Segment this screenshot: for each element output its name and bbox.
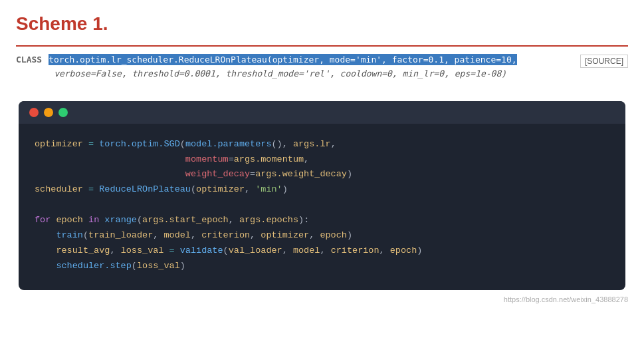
code-block: optimizer = torch.optim.SGD(model.parame… <box>19 101 625 290</box>
dot-red <box>29 108 39 117</box>
class-badge: CLASS <box>16 55 42 65</box>
code-line-4: scheduler = ReduceLROnPlateau(optimizer,… <box>35 182 609 198</box>
page-title: Scheme 1. <box>16 13 628 35</box>
code-line-5 <box>35 198 609 213</box>
code-line-7: train(train_loader, model, criterion, op… <box>35 228 609 244</box>
class-signature-second: verbose=False, threshold=0.0001, thresho… <box>49 67 570 81</box>
code-line-8: result_avg, loss_val = validate(val_load… <box>35 244 609 259</box>
class-signature: torch.optim.lr_scheduler.ReduceLROnPlate… <box>49 53 570 81</box>
class-left: CLASS torch.optim.lr_scheduler.ReduceLRO… <box>16 53 570 81</box>
dot-green <box>58 108 68 117</box>
code-title-bar <box>19 101 625 124</box>
source-link[interactable]: [SOURCE] <box>580 55 628 68</box>
class-signature-highlighted: torch.optim.lr_scheduler.ReduceLROnPlate… <box>49 54 516 65</box>
code-line-1: optimizer = torch.optim.SGD(model.parame… <box>35 137 609 152</box>
code-line-6: for epoch in xrange(args.start_epoch, ar… <box>35 213 609 228</box>
dot-yellow <box>44 108 53 117</box>
watermark: https://blog.csdn.net/weixin_43888278 <box>16 295 628 303</box>
code-content: optimizer = torch.optim.SGD(model.parame… <box>19 124 625 290</box>
code-line-3: weight_decay=args.weight_decay) <box>35 167 609 182</box>
code-line-9: scheduler.step(loss_val) <box>35 259 609 274</box>
class-section: CLASS torch.optim.lr_scheduler.ReduceLRO… <box>16 45 628 88</box>
code-line-2: momentum=args.momentum, <box>35 152 609 168</box>
